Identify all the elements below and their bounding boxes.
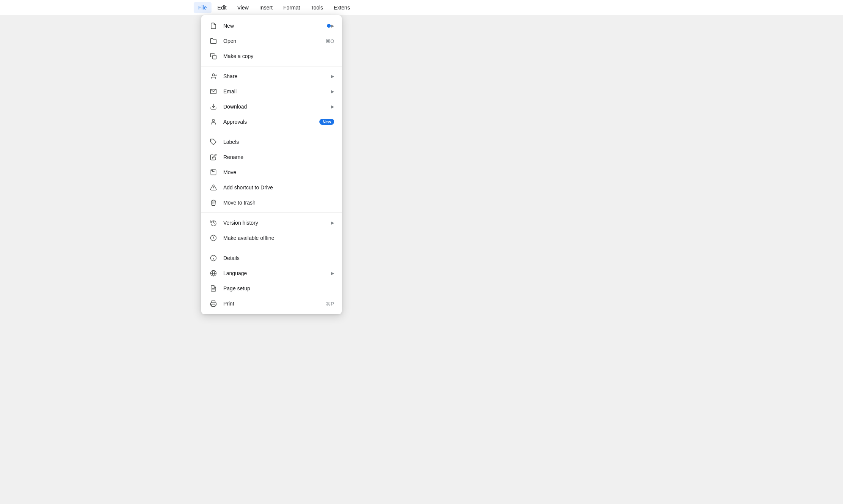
menu-label-version-history: Version history: [223, 220, 331, 226]
language-arrow: ▶: [331, 271, 334, 276]
menu-item-rename[interactable]: Rename: [201, 150, 342, 165]
menu-item-make-copy[interactable]: Make a copy: [201, 49, 342, 64]
menu-item-email[interactable]: Email ▶: [201, 84, 342, 99]
copy-icon: [209, 52, 218, 61]
divider-4: [201, 248, 342, 248]
open-shortcut: ⌘O: [325, 38, 334, 44]
move-icon: [209, 168, 218, 177]
dropdown-menu: New ▶ Open ⌘O Make a copy: [201, 15, 342, 314]
menu-format[interactable]: Format: [279, 2, 305, 13]
menu-item-version-history[interactable]: Version history ▶: [201, 215, 342, 230]
download-arrow: ▶: [331, 104, 334, 109]
menu-insert[interactable]: Insert: [255, 2, 277, 13]
share-arrow: ▶: [331, 74, 334, 79]
download-icon: [209, 102, 218, 111]
menu-label-move-trash: Move to trash: [223, 200, 334, 206]
version-history-arrow: ▶: [331, 220, 334, 225]
menu-label-make-offline: Make available offline: [223, 235, 334, 241]
print-icon: [209, 299, 218, 308]
menu-label-rename: Rename: [223, 154, 334, 160]
trash-icon: [209, 198, 218, 207]
labels-icon: [209, 137, 218, 146]
shortcut-icon: [209, 183, 218, 192]
menu-item-move-trash[interactable]: Move to trash: [201, 195, 342, 210]
rename-icon: [209, 153, 218, 162]
new-arrow: ▶: [331, 23, 334, 28]
menu-label-details: Details: [223, 255, 334, 261]
menu-label-download: Download: [223, 104, 331, 110]
menu-item-download[interactable]: Download ▶: [201, 99, 342, 114]
svg-rect-0: [213, 55, 216, 59]
menu-label-add-shortcut: Add shortcut to Drive: [223, 184, 334, 191]
svg-rect-21: [212, 304, 215, 307]
menu-label-make-copy: Make a copy: [223, 53, 334, 59]
menu-label-email: Email: [223, 88, 331, 94]
menu-item-details[interactable]: Details: [201, 250, 342, 266]
print-shortcut: ⌘P: [326, 301, 334, 307]
menu-label-new: New: [223, 23, 327, 29]
menu-label-approvals: Approvals: [223, 119, 319, 125]
menu-item-move[interactable]: Move: [201, 165, 342, 180]
email-icon: [209, 87, 218, 96]
menu-file[interactable]: File: [194, 2, 212, 13]
svg-point-6: [212, 119, 215, 121]
email-arrow: ▶: [331, 89, 334, 94]
divider-2: [201, 132, 342, 132]
menu-item-new[interactable]: New ▶: [201, 18, 342, 33]
approvals-icon: [209, 117, 218, 126]
menu-bar: File Edit View Insert Format Tools Exten…: [0, 0, 843, 15]
menu-edit[interactable]: Edit: [213, 2, 231, 13]
menu-extensions[interactable]: Extens: [329, 2, 355, 13]
divider-3: [201, 213, 342, 213]
menu-item-page-setup[interactable]: Page setup: [201, 281, 342, 296]
menu-item-labels[interactable]: Labels: [201, 134, 342, 150]
menu-item-open[interactable]: Open ⌘O: [201, 33, 342, 49]
menu-item-share[interactable]: Share ▶: [201, 69, 342, 84]
menu-label-labels: Labels: [223, 139, 334, 145]
offline-icon: [209, 233, 218, 243]
page-setup-icon: [209, 284, 218, 293]
menu-label-page-setup: Page setup: [223, 285, 334, 291]
menu-label-share: Share: [223, 73, 331, 79]
menu-label-language: Language: [223, 270, 331, 276]
info-icon: [209, 254, 218, 263]
menu-item-approvals[interactable]: Approvals New: [201, 114, 342, 129]
new-blue-dot: [327, 24, 331, 28]
divider-1: [201, 66, 342, 66]
menu-tools[interactable]: Tools: [306, 2, 328, 13]
menu-item-print[interactable]: Print ⌘P: [201, 296, 342, 311]
menu-label-move: Move: [223, 169, 334, 175]
history-icon: [209, 218, 218, 227]
menu-item-make-offline[interactable]: Make available offline: [201, 230, 342, 246]
menu-item-language[interactable]: Language ▶: [201, 266, 342, 281]
menu-view[interactable]: View: [233, 2, 253, 13]
menu-label-print: Print: [223, 301, 326, 307]
file-icon: [209, 21, 218, 30]
new-badge: New: [319, 119, 334, 125]
menu-label-open: Open: [223, 38, 325, 44]
globe-icon: [209, 269, 218, 278]
menu-item-add-shortcut[interactable]: Add shortcut to Drive: [201, 180, 342, 195]
folder-open-icon: [209, 36, 218, 46]
share-icon: [209, 72, 218, 81]
svg-point-1: [212, 74, 215, 76]
